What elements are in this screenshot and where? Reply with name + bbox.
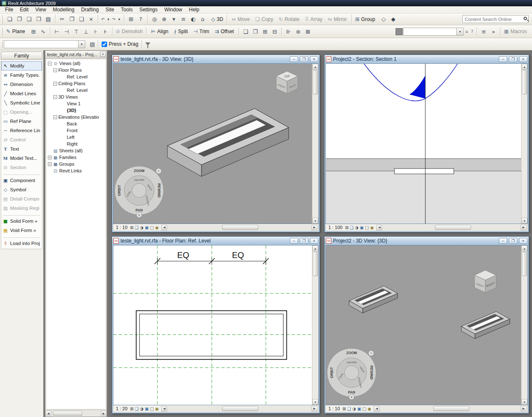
minimize-icon[interactable]: –	[290, 56, 298, 62]
wheel-rewind-label[interactable]: REWIND	[157, 183, 161, 198]
menu-item[interactable]: Drafting	[78, 6, 102, 13]
tree-item[interactable]: Left	[46, 134, 106, 141]
scroll-down-icon[interactable]: ▼	[522, 218, 527, 224]
ref-plane-pick-icon[interactable]: ⊢	[52, 27, 62, 36]
undo-dropdown-icon[interactable]: ▾	[106, 15, 111, 24]
viewport-3d-canvas[interactable]: FRONT RIGHT ZOOM REWIND ORBIT	[326, 245, 521, 405]
scroll-left-icon[interactable]: ◀	[376, 225, 382, 230]
model-graphics-icon[interactable]: ❑	[135, 407, 139, 411]
type-selector-dropdown-icon[interactable]: ▾	[457, 28, 464, 36]
recessed-fixture-section[interactable]	[394, 169, 453, 174]
open-icon[interactable]: ❐	[15, 15, 24, 24]
link-icon[interactable]: ◆	[388, 15, 398, 24]
zoom-icon[interactable]: ⊕	[160, 15, 169, 24]
demolish-button[interactable]: ⊘ Demolish	[113, 27, 145, 36]
vertical-scrollbar[interactable]: ▲ ▼	[312, 64, 318, 224]
vertical-scrollbar[interactable]: ▲ ▼	[312, 245, 318, 405]
family-tool-item[interactable]: ▦ Void Form »	[1, 226, 42, 235]
scroll-up-icon[interactable]: ▲	[522, 245, 527, 251]
scroll-left-icon[interactable]: ◀	[161, 406, 167, 412]
press-drag-checkbox[interactable]	[102, 42, 107, 47]
close-icon[interactable]: ×	[100, 52, 106, 57]
scroll-right-icon[interactable]: ▶	[312, 406, 317, 412]
view-scale[interactable]: 1 : 20	[116, 406, 128, 411]
reveal-hidden-icon[interactable]: ◉	[155, 225, 159, 230]
scroll-right-icon[interactable]: ▶	[312, 225, 317, 230]
window-family-3d[interactable]: rvt teste_light.rvt.rfa - 3D View: {3D} …	[112, 55, 320, 232]
wheel-close-icon[interactable]: ×	[158, 169, 160, 173]
scroll-up-icon[interactable]: ▲	[312, 64, 318, 70]
tree-item[interactable]: − ⊙ Views (all)	[46, 60, 106, 67]
scroll-thumb[interactable]	[522, 252, 527, 276]
mirror-button[interactable]: ⇋ Mirror	[325, 15, 349, 24]
tree-item[interactable]: − 3D Views	[46, 94, 106, 100]
crop-region-icon[interactable]: ▣	[145, 407, 149, 411]
tree-item[interactable]: Ref. Level	[46, 73, 106, 80]
light-fixture-instance[interactable]	[461, 312, 510, 339]
wheel-close-icon[interactable]: ×	[370, 351, 372, 355]
tree-item[interactable]: ▤ Sheets (all)	[46, 147, 106, 154]
default-3d-icon[interactable]: ⌂	[198, 15, 207, 24]
window-titlebar[interactable]: rvt teste_light.rvt.rfa - 3D View: {3D} …	[112, 55, 320, 63]
horizontal-scrollbar[interactable]: ◀ ▶	[161, 406, 317, 412]
crop-region-icon[interactable]: ▣	[357, 407, 361, 411]
crop-visibility-icon[interactable]: □	[150, 407, 154, 411]
view-scale[interactable]: 1 : 10	[116, 225, 128, 230]
menu-item[interactable]: Modelling	[50, 6, 78, 13]
family-tool-item[interactable]	[3, 214, 40, 216]
tree-expander-icon[interactable]: −	[53, 68, 57, 72]
detail-level-icon[interactable]: ⊠	[343, 407, 346, 411]
scroll-left-icon[interactable]: ◀	[45, 411, 51, 416]
type-properties-icon[interactable]: ⌂	[464, 27, 469, 36]
thin-lines-icon[interactable]: ≡	[179, 15, 188, 24]
tree-item[interactable]: + ▩ Groups	[46, 161, 106, 167]
light-fixture-instance[interactable]	[349, 286, 398, 313]
eq-dimension[interactable]	[155, 258, 269, 265]
shadows-icon[interactable]: ◑	[140, 407, 144, 411]
properties-icon[interactable]: ▤	[88, 39, 97, 49]
family-tool-item[interactable]: ╱ Model Lines	[1, 89, 42, 98]
reveal-hidden-icon[interactable]: ◉	[368, 407, 372, 411]
wheel-center-label[interactable]: CENTER	[346, 361, 356, 364]
wheel-orbit-label[interactable]: ORBIT	[330, 367, 334, 378]
horizontal-scrollbar[interactable]: ◀ ▶	[374, 406, 527, 412]
group-button[interactable]: ⊞ Group	[353, 15, 377, 24]
family-tool-item[interactable]: ▭ Ref Plane	[1, 117, 42, 126]
minimize-icon[interactable]: –	[499, 238, 507, 244]
dynamic-view-icon[interactable]: ◎	[150, 15, 159, 24]
view-list-icon[interactable]: ≡	[479, 27, 488, 36]
scroll-left-icon[interactable]: ◀	[374, 406, 380, 412]
wheel-more-icon[interactable]: ▾	[139, 214, 140, 216]
macros-button[interactable]: ■ Macros	[501, 27, 529, 36]
family-tool-item[interactable]	[3, 236, 40, 238]
shadows-icon[interactable]: ◑	[352, 407, 356, 411]
scroll-track[interactable]	[522, 70, 527, 218]
rotate-button[interactable]: ↻ Rotate	[276, 15, 302, 24]
window-project-section[interactable]: rvt Project2 - Section: Section 1 – ❐ ×	[324, 55, 529, 232]
selected-light-region[interactable]	[409, 76, 425, 99]
trim-button[interactable]: ⊣ Trim	[191, 27, 212, 36]
wheel-pan-label[interactable]: PAN	[136, 208, 143, 212]
model-graphics-icon[interactable]: ❑	[135, 225, 139, 230]
scroll-thumb[interactable]	[222, 225, 258, 230]
pin-icon[interactable]: ◇	[379, 15, 388, 24]
crop-region-icon[interactable]: ▣	[360, 225, 364, 230]
shadows-icon[interactable]: ◑	[140, 225, 144, 230]
scroll-thumb[interactable]	[313, 70, 318, 94]
wheel-zoom-label[interactable]: ZOOM	[134, 169, 144, 173]
cascade-icon[interactable]: ❐	[251, 27, 260, 36]
copy-clipboard-icon[interactable]: ❐	[67, 15, 76, 24]
scroll-down-icon[interactable]: ▼	[312, 399, 318, 405]
restore-icon[interactable]: ❐	[509, 238, 517, 244]
tree-expander-icon[interactable]: −	[53, 115, 57, 119]
tree-expander-icon[interactable]: −	[53, 95, 57, 99]
wheel-more-icon[interactable]: ▾	[351, 396, 353, 399]
family-tool-item[interactable]: ▣ Component	[1, 176, 42, 185]
pick-line-icon[interactable]: ⊦	[91, 27, 100, 36]
print-icon[interactable]: ▤	[44, 15, 53, 24]
options-combo-input[interactable]	[4, 40, 79, 48]
restore-icon[interactable]: ❐	[509, 56, 517, 62]
scroll-track[interactable]	[167, 406, 312, 412]
align-button[interactable]: ⊨ Align	[149, 27, 171, 36]
scroll-right-icon[interactable]: ▶	[521, 406, 527, 412]
